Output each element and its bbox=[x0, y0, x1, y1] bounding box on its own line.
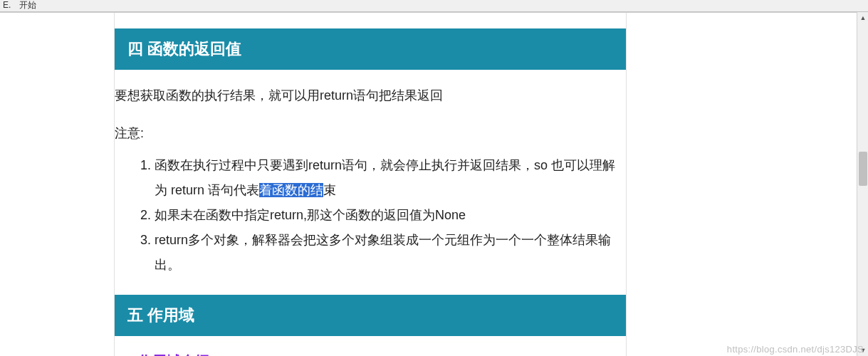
list-item: 如果未在函数中指定return,那这个函数的返回值为None bbox=[155, 203, 626, 228]
note-1-post: 束 bbox=[323, 183, 336, 197]
list-item: return多个对象，解释器会把这多个对象组装成一个元组作为一个一个整体结果输出… bbox=[155, 228, 626, 278]
watermark-text: https://blog.csdn.net/djs123DJS bbox=[727, 344, 864, 355]
note-1-highlight[interactable]: 着函数的结 bbox=[259, 183, 323, 197]
notes-list: 函数在执行过程中只要遇到return语句，就会停止执行并返回结果，so 也可以理… bbox=[155, 153, 626, 278]
menu-item-start[interactable]: 开始 bbox=[19, 0, 36, 10]
note-1-pre: 函数在执行过程中只要遇到return语句，就会停止执行并返回结果，so 也可以理… bbox=[155, 158, 615, 197]
scroll-up-arrow-icon[interactable]: ▲ bbox=[857, 12, 868, 23]
section-5-heading: 五 作用域 bbox=[115, 295, 626, 336]
section-4-heading: 四 函数的返回值 bbox=[115, 28, 626, 70]
document-page: 四 函数的返回值 要想获取函数的执行结果，就可以用return语句把结果返回 注… bbox=[114, 13, 627, 356]
vertical-scrollbar[interactable]: ▲ ▼ bbox=[857, 12, 868, 356]
document-viewport: 四 函数的返回值 要想获取函数的执行结果，就可以用return语句把结果返回 注… bbox=[0, 12, 868, 356]
scroll-track[interactable] bbox=[857, 23, 868, 345]
section-5-1-heading: 5.1 作用域介绍 bbox=[115, 352, 626, 356]
window-titlebar: E. 开始 bbox=[0, 0, 868, 12]
menu-item-e[interactable]: E. bbox=[3, 0, 11, 10]
section-4-intro: 要想获取函数的执行结果，就可以用return语句把结果返回 bbox=[115, 85, 626, 106]
list-item: 函数在执行过程中只要遇到return语句，就会停止执行并返回结果，so 也可以理… bbox=[155, 153, 626, 203]
note-label: 注意: bbox=[115, 125, 626, 142]
scroll-thumb[interactable] bbox=[859, 152, 867, 186]
